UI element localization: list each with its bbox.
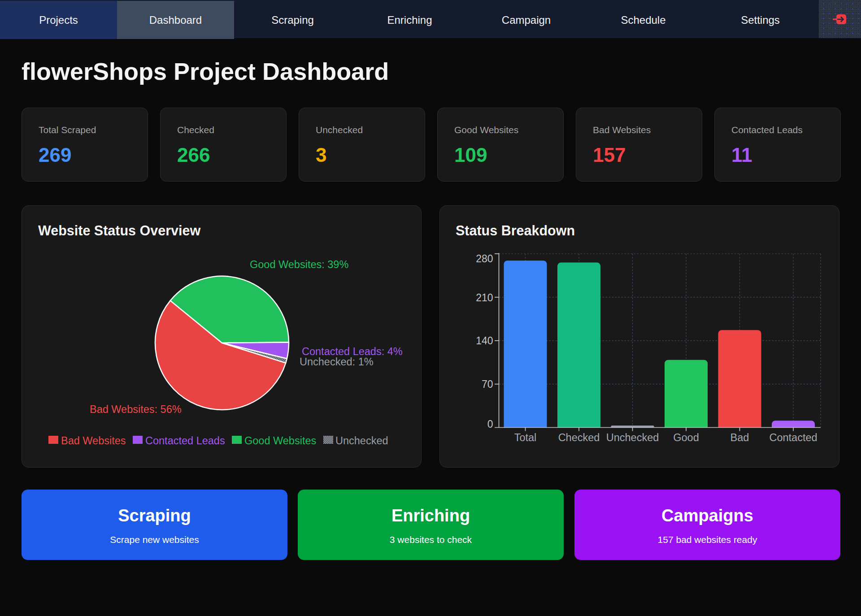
svg-text:Checked: Checked xyxy=(558,432,600,443)
svg-text:210: 210 xyxy=(476,292,493,304)
svg-text:140: 140 xyxy=(476,335,493,347)
svg-text:Unchecked: Unchecked xyxy=(606,432,659,443)
svg-text:Contacted: Contacted xyxy=(769,432,817,443)
svg-text:Bad: Bad xyxy=(731,432,749,443)
svg-text:280: 280 xyxy=(476,253,493,265)
svg-text:Total: Total xyxy=(514,432,537,443)
svg-text:Good: Good xyxy=(673,432,699,443)
svg-text:0: 0 xyxy=(487,418,493,430)
svg-text:70: 70 xyxy=(482,378,493,390)
